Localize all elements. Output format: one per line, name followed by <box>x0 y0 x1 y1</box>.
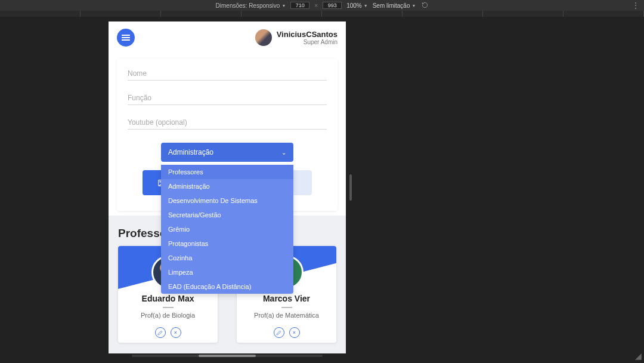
scrollbar-thumb[interactable] <box>199 355 256 357</box>
zoom-dropdown[interactable]: 100% ▼ <box>346 2 368 9</box>
dropdown-option[interactable]: Desenvolvimento De Sistemas <box>161 193 293 208</box>
dropdown-option[interactable]: Secretaria/Gestão <box>161 208 293 222</box>
hamburger-icon <box>122 37 130 38</box>
dimension-separator: × <box>314 2 318 9</box>
function-field[interactable]: Função <box>128 94 327 105</box>
chevron-down-icon: ⌄ <box>281 149 286 156</box>
pencil-icon <box>157 330 163 336</box>
dropdown-option[interactable]: Cozinha <box>161 251 293 265</box>
ruler <box>0 11 644 17</box>
dropdown-option[interactable]: Protagonistas <box>161 236 293 251</box>
height-input[interactable] <box>323 2 342 9</box>
device-frame: ViniciusCSantos Super Admin Nome Função … <box>109 21 346 353</box>
member-name: Eduardo Max <box>118 294 218 303</box>
resize-handle-corner[interactable]: ◢ <box>635 351 642 361</box>
youtube-field[interactable]: Youtube (opcional) <box>128 118 327 130</box>
dropdown-option[interactable]: Limpeza <box>161 265 293 279</box>
edit-button[interactable] <box>274 327 284 338</box>
svg-point-1 <box>159 181 160 182</box>
divider <box>163 307 174 308</box>
dimensions-dropdown[interactable]: Dimensões: Responsivo ▼ <box>216 2 286 9</box>
throttle-dropdown[interactable]: Sem limitação ▼ <box>373 2 416 9</box>
avatar <box>255 29 272 46</box>
chevron-down-icon: ▼ <box>364 4 368 8</box>
chevron-down-icon: ▼ <box>281 4 286 8</box>
add-member-form: Nome Função Youtube (opcional) Administr… <box>117 59 338 211</box>
youtube-placeholder: Youtube (opcional) <box>128 118 327 129</box>
user-block[interactable]: ViniciusCSantos Super Admin <box>255 29 338 46</box>
name-placeholder: Nome <box>128 69 327 80</box>
name-field[interactable]: Nome <box>128 69 327 81</box>
pencil-icon <box>276 330 281 336</box>
throttle-value: Sem limitação <box>373 2 410 9</box>
devtools-toolbar: Dimensões: Responsivo ▼ × 100% ▼ Sem lim… <box>0 0 644 11</box>
dimensions-label: Dimensões: Responsivo <box>216 2 280 9</box>
category-select[interactable]: Administração ⌄ <box>161 143 293 162</box>
member-role: Prof(a) de Biologia <box>118 312 218 319</box>
edit-button[interactable] <box>155 327 166 338</box>
device-scrollbar[interactable] <box>132 355 323 357</box>
dropdown-option[interactable]: Administração <box>161 179 293 193</box>
chevron-down-icon: ▼ <box>412 4 416 8</box>
delete-button[interactable]: × <box>171 327 181 338</box>
width-input[interactable] <box>290 2 309 9</box>
divider <box>281 307 292 308</box>
function-placeholder: Função <box>128 94 327 104</box>
close-icon: × <box>174 330 177 336</box>
more-menu-icon[interactable]: ⋮ <box>632 1 639 10</box>
dropdown-option[interactable]: Grêmio <box>161 222 293 236</box>
dropdown-option[interactable]: EAD (Educação A Distância) <box>161 279 293 294</box>
user-name: ViniciusCSantos <box>277 30 338 39</box>
select-selected: Administração <box>168 148 213 156</box>
menu-button[interactable] <box>117 29 135 47</box>
member-role: Prof(a) de Matemática <box>237 312 336 319</box>
delete-button[interactable]: × <box>289 327 300 338</box>
app-header: ViniciusCSantos Super Admin <box>109 21 346 54</box>
resize-handle-right[interactable] <box>349 174 352 201</box>
category-dropdown: Professores Administração Desenvolviment… <box>161 165 293 294</box>
viewport-stage: ViniciusCSantos Super Admin Nome Função … <box>0 17 644 363</box>
rotate-icon[interactable] <box>422 2 428 10</box>
user-role: Super Admin <box>277 39 338 45</box>
zoom-value: 100% <box>346 2 362 9</box>
member-name: Marcos Vier <box>237 294 336 303</box>
close-icon: × <box>293 330 296 336</box>
dropdown-option[interactable]: Professores <box>161 165 293 179</box>
